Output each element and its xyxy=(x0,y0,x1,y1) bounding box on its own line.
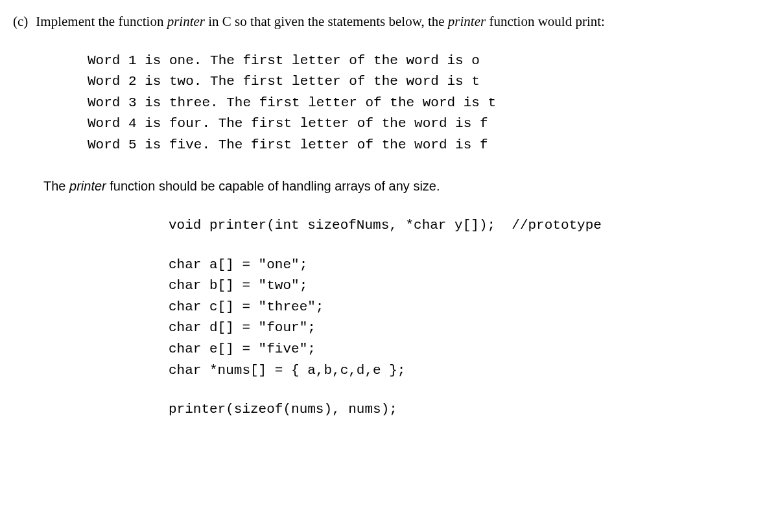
instruction-after: function should be capable of handling a… xyxy=(106,179,440,193)
decl-line-4: char d[] = "four"; xyxy=(169,320,316,335)
instruction-before: The xyxy=(43,179,69,193)
question-text: Implement the function printer in C so t… xyxy=(36,12,765,32)
printer-italic-2: printer xyxy=(448,14,486,29)
code-call: printer(sizeof(nums), nums); xyxy=(169,399,765,421)
decl-line-2: char b[] = "two"; xyxy=(169,278,307,293)
prototype-line: void printer(int sizeofNums, *char y[]);… xyxy=(169,218,602,233)
question-text-part3: function would print: xyxy=(486,14,605,29)
call-line: printer(sizeof(nums), nums); xyxy=(169,402,397,417)
decl-line-6: char *nums[] = { a,b,c,d,e }; xyxy=(169,363,405,378)
code-prototype: void printer(int sizeofNums, *char y[]);… xyxy=(169,215,765,237)
output-line-1: Word 1 is one. The first letter of the w… xyxy=(88,53,480,68)
question-label: (c) xyxy=(13,12,28,32)
decl-line-1: char a[] = "one"; xyxy=(169,257,307,272)
output-line-3: Word 3 is three. The first letter of the… xyxy=(88,95,496,110)
question-text-part1: Implement the function xyxy=(36,14,167,29)
expected-output: Word 1 is one. The first letter of the w… xyxy=(88,51,765,156)
instruction-text: The printer function should be capable o… xyxy=(43,176,765,196)
decl-line-3: char c[] = "three"; xyxy=(169,299,324,314)
output-line-4: Word 4 is four. The first letter of the … xyxy=(88,116,488,131)
question-header: (c) Implement the function printer in C … xyxy=(13,12,765,32)
decl-line-5: char e[] = "five"; xyxy=(169,341,316,356)
code-declarations: char a[] = "one"; char b[] = "two"; char… xyxy=(169,255,765,381)
printer-italic-3: printer xyxy=(69,179,106,193)
printer-italic-1: printer xyxy=(167,14,205,29)
question-text-part2: in C so that given the statements below,… xyxy=(205,14,448,29)
output-line-5: Word 5 is five. The first letter of the … xyxy=(88,137,488,152)
output-line-2: Word 2 is two. The first letter of the w… xyxy=(88,74,480,89)
